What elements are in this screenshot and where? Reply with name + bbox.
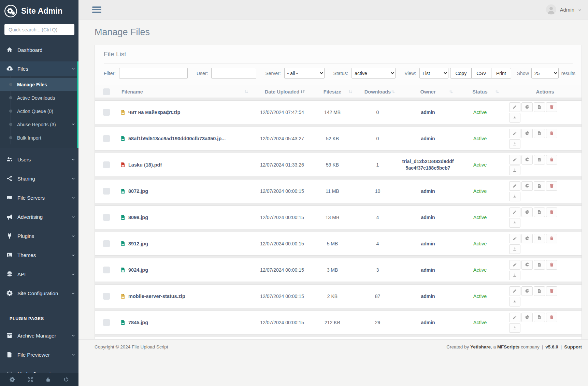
filename-link[interactable]: 9024.jpg (128, 267, 148, 273)
sidebar-subitem-active-downloads[interactable]: Active Downloads (0, 91, 78, 104)
server-select[interactable]: - all - (284, 68, 325, 78)
stats-file-button[interactable] (521, 234, 533, 243)
quick-search-input[interactable] (4, 24, 74, 35)
csv-button[interactable]: CSV (471, 68, 491, 78)
row-checkbox[interactable] (103, 240, 110, 247)
stats-file-button[interactable] (521, 129, 533, 138)
row-checkbox[interactable] (103, 109, 110, 116)
gear-icon[interactable] (9, 376, 15, 383)
info-file-button[interactable] (534, 234, 545, 243)
download-file-button[interactable] (509, 271, 520, 280)
sort-icon[interactable] (448, 89, 454, 95)
sort-icon[interactable] (300, 89, 305, 95)
column-header-date-uploaded[interactable]: Date Uploaded (256, 89, 309, 95)
download-file-button[interactable] (509, 139, 520, 149)
delete-file-button[interactable] (546, 313, 557, 322)
filename-link[interactable]: mobile-server-status.zip (128, 294, 185, 299)
download-file-button[interactable] (509, 218, 520, 228)
copy-button[interactable]: Copy (450, 68, 472, 78)
stats-file-button[interactable] (521, 181, 533, 191)
edit-file-button[interactable] (509, 286, 520, 296)
download-file-button[interactable] (509, 113, 520, 123)
user-menu[interactable]: Admin (546, 4, 582, 15)
sidebar-item-file-previewer[interactable]: File Previewer (0, 347, 78, 362)
delete-file-button[interactable] (546, 234, 557, 243)
sort-icon[interactable] (244, 89, 249, 95)
sidebar-item-sharing[interactable]: Sharing (0, 171, 78, 186)
show-count-select[interactable]: 25 (531, 68, 559, 78)
row-checkbox[interactable] (103, 188, 110, 195)
sidebar-item-users[interactable]: Users (0, 152, 78, 167)
sort-icon[interactable] (390, 89, 396, 95)
info-file-button[interactable] (534, 313, 545, 322)
stats-file-button[interactable] (521, 208, 533, 217)
stats-file-button[interactable] (521, 260, 533, 270)
column-header-owner[interactable]: Owner (399, 89, 457, 95)
sidebar-item-api[interactable]: API (0, 267, 78, 282)
sort-icon[interactable] (348, 89, 353, 95)
row-checkbox[interactable] (103, 293, 110, 300)
edit-file-button[interactable] (509, 208, 520, 217)
column-header-status[interactable]: Status (457, 89, 503, 95)
download-file-button[interactable] (509, 323, 520, 333)
select-all-checkbox[interactable] (103, 88, 110, 95)
delete-file-button[interactable] (546, 102, 557, 112)
row-checkbox[interactable] (103, 267, 110, 273)
edit-file-button[interactable] (509, 234, 520, 243)
row-checkbox[interactable] (103, 319, 110, 326)
sidebar-subitem-abuse-reports-3[interactable]: Abuse Reports (3) (0, 118, 78, 131)
info-file-button[interactable] (534, 102, 545, 112)
edit-file-button[interactable] (509, 181, 520, 191)
delete-file-button[interactable] (546, 208, 557, 217)
user-filter-input[interactable] (211, 68, 256, 78)
edit-file-button[interactable] (509, 155, 520, 165)
sidebar-item-plugins[interactable]: Plugins (0, 228, 78, 243)
sidebar-toggle-hamburger-icon[interactable] (92, 6, 101, 13)
sidebar-subitem-bulk-import[interactable]: Bulk Import (0, 131, 78, 144)
download-file-button[interactable] (509, 192, 520, 201)
stats-file-button[interactable] (521, 313, 533, 322)
status-select[interactable]: active (352, 68, 396, 78)
column-header-downloads[interactable]: Downloads (356, 89, 399, 95)
lock-icon[interactable] (45, 376, 51, 383)
delete-file-button[interactable] (546, 129, 557, 138)
filter-input[interactable] (119, 68, 188, 78)
edit-file-button[interactable] (509, 313, 520, 322)
sidebar-item-advertising[interactable]: Advertising (0, 209, 78, 224)
edit-file-button[interactable] (509, 129, 520, 138)
sidebar-subitem-manage-files[interactable]: Manage Files (0, 78, 78, 91)
info-file-button[interactable] (534, 260, 545, 270)
delete-file-button[interactable] (546, 155, 557, 165)
info-file-button[interactable] (534, 181, 545, 191)
edit-file-button[interactable] (509, 260, 520, 270)
sidebar-item-file-servers[interactable]: File Servers (0, 190, 78, 205)
delete-file-button[interactable] (546, 181, 557, 191)
filename-link[interactable]: Lasku (18).pdf (128, 162, 162, 168)
sort-icon[interactable] (494, 89, 500, 95)
mfscripts-link[interactable]: MFScripts (497, 344, 519, 349)
row-checkbox[interactable] (103, 214, 110, 221)
sidebar-subitem-action-queue-0[interactable]: Action Queue (0) (0, 104, 78, 118)
info-file-button[interactable] (534, 286, 545, 296)
filename-link[interactable]: 8912.jpg (128, 241, 148, 246)
filename-link[interactable]: чит на майнкрафт.zip (128, 110, 180, 115)
delete-file-button[interactable] (546, 260, 557, 270)
print-button[interactable]: Print (491, 68, 511, 78)
stats-file-button[interactable] (521, 102, 533, 112)
filename-link[interactable]: 8098.jpg (128, 215, 148, 220)
sidebar-item-archive-manager[interactable]: Archive Manager (0, 328, 78, 343)
info-file-button[interactable] (534, 208, 545, 217)
info-file-button[interactable] (534, 129, 545, 138)
view-select[interactable]: List (419, 68, 448, 78)
edit-file-button[interactable] (509, 102, 520, 112)
yetishare-link[interactable]: Yetishare (470, 344, 491, 349)
delete-file-button[interactable] (546, 286, 557, 296)
sidebar-item-themes[interactable]: Themes (0, 247, 78, 262)
power-icon[interactable] (63, 376, 69, 383)
stats-file-button[interactable] (521, 155, 533, 165)
column-header-filesize[interactable]: Filesize (309, 89, 356, 95)
row-checkbox[interactable] (103, 161, 110, 168)
info-file-button[interactable] (534, 155, 545, 165)
download-file-button[interactable] (509, 297, 520, 306)
support-link[interactable]: Support (564, 344, 582, 349)
